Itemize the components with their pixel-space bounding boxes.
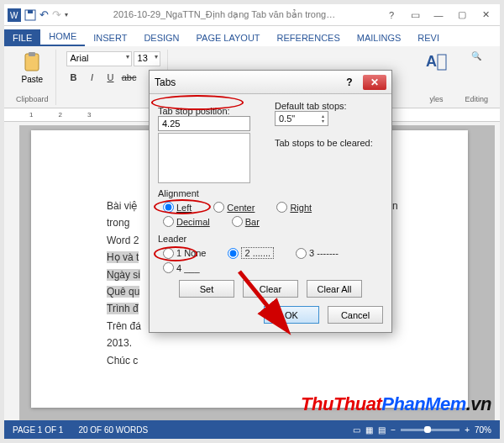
find-icon[interactable]: 🔍: [471, 51, 481, 61]
redo-icon[interactable]: ↷: [52, 8, 61, 21]
zoom-slider[interactable]: [401, 429, 459, 431]
tab-stops-cleared-label: Tab stops to be cleared:: [275, 138, 383, 148]
body-text: Chúc c: [107, 352, 409, 369]
body-text: Quê qu: [107, 286, 139, 298]
view-read-icon[interactable]: ▭: [353, 425, 360, 435]
dialog-title: Tabs: [155, 76, 336, 88]
tab-file[interactable]: FILE: [4, 29, 40, 46]
dialog-help-icon[interactable]: ?: [338, 75, 361, 90]
undo-icon[interactable]: ↶: [39, 8, 49, 21]
paste-label: Paste: [21, 75, 43, 84]
svg-rect-7: [438, 55, 446, 70]
clear-button[interactable]: Clear: [243, 280, 298, 298]
font-name-combo[interactable]: Arial: [66, 51, 132, 66]
clipboard-group-label: Clipboard: [16, 95, 49, 103]
align-left-radio[interactable]: Left: [163, 202, 192, 213]
svg-rect-5: [29, 52, 35, 56]
tab-stop-position-label: Tab stop position:: [158, 106, 230, 116]
align-center-radio[interactable]: Center: [213, 202, 255, 213]
tab-design[interactable]: DESIGN: [135, 29, 187, 46]
help-icon[interactable]: ?: [381, 8, 402, 23]
watermark: ThuThuatPhanMem.vn: [301, 393, 491, 415]
align-right-radio[interactable]: Right: [276, 202, 312, 213]
leader-dashes-radio[interactable]: 3 -------: [296, 247, 339, 259]
tab-mailings[interactable]: MAILINGS: [349, 29, 410, 46]
restore-icon[interactable]: ▢: [451, 8, 473, 23]
view-web-icon[interactable]: ▤: [378, 425, 386, 435]
clear-all-button[interactable]: Clear All: [307, 280, 362, 298]
styles-group-label: yles: [429, 95, 443, 103]
leader-none-radio[interactable]: 1 None: [163, 247, 206, 259]
save-icon[interactable]: [24, 9, 36, 21]
body-text: Họ và t: [107, 251, 139, 263]
paste-button[interactable]: Paste: [21, 51, 43, 84]
tab-page-layout[interactable]: PAGE LAYOUT: [188, 29, 269, 46]
underline-icon[interactable]: U: [103, 70, 118, 85]
tab-references[interactable]: REFERENCES: [269, 29, 349, 46]
zoom-out-icon[interactable]: −: [391, 425, 396, 435]
tab-home[interactable]: HOME: [40, 28, 85, 46]
view-print-icon[interactable]: ▦: [365, 425, 373, 435]
body-text: Bài việ: [107, 200, 137, 212]
alignment-label: Alignment: [158, 188, 199, 198]
svg-text:W: W: [10, 11, 18, 20]
leader-dots-radio[interactable]: 2 .......: [228, 247, 274, 259]
status-words[interactable]: 20 OF 60 WORDS: [78, 425, 148, 435]
align-bar-radio[interactable]: Bar: [232, 216, 260, 227]
bold-icon[interactable]: B: [66, 70, 81, 85]
body-text: Ngày si: [107, 269, 140, 281]
set-button[interactable]: Set: [179, 280, 234, 298]
tabs-dialog: Tabs ? ✕ Tab stop position: Default tab …: [149, 70, 392, 333]
zoom-level[interactable]: 70%: [475, 425, 491, 435]
styles-icon[interactable]: A: [424, 51, 448, 73]
svg-rect-3: [28, 10, 33, 13]
tab-stop-listbox[interactable]: [158, 133, 250, 183]
status-page[interactable]: PAGE 1 OF 1: [13, 425, 63, 435]
default-tab-stops-spinner[interactable]: 0.5": [275, 111, 328, 126]
ribbon-options-icon[interactable]: ▭: [404, 8, 426, 23]
dialog-close-icon[interactable]: ✕: [363, 75, 386, 90]
italic-icon[interactable]: I: [85, 70, 100, 85]
ribbon-tabs: FILE HOME INSERT DESIGN PAGE LAYOUT REFE…: [4, 26, 500, 46]
leader-underline-radio[interactable]: 4 ___: [163, 262, 200, 273]
minimize-icon[interactable]: —: [428, 8, 449, 23]
leader-label: Leader: [158, 234, 186, 244]
align-decimal-radio[interactable]: Decimal: [163, 216, 210, 227]
svg-text:A: A: [426, 53, 437, 70]
ok-button[interactable]: OK: [264, 306, 319, 324]
font-size-combo[interactable]: 13: [134, 51, 160, 66]
clipboard-icon: [23, 51, 41, 73]
strike-icon[interactable]: abc: [122, 70, 137, 85]
default-tab-stops-label: Default tab stops:: [275, 101, 383, 111]
title-bar: W ↶ ↷ ▾ 2016-10-29_NgaTTN_Định dạng Tab …: [4, 4, 500, 26]
zoom-in-icon[interactable]: +: [465, 425, 470, 435]
close-window-icon[interactable]: ✕: [475, 8, 496, 23]
status-bar: PAGE 1 OF 1 20 OF 60 WORDS ▭ ▦ ▤ − + 70%: [4, 420, 500, 439]
body-text: Trình đ: [107, 303, 139, 314]
editing-group-label: Editing: [465, 95, 488, 103]
tab-stop-position-input[interactable]: [158, 116, 250, 131]
cancel-button[interactable]: Cancel: [328, 306, 383, 324]
tab-insert[interactable]: INSERT: [85, 29, 135, 46]
tab-review[interactable]: REVI: [409, 29, 448, 46]
word-app-icon: W: [8, 8, 21, 22]
window-title: 2016-10-29_NgaTTN_Định dạng Tab văn bản …: [68, 9, 381, 20]
body-text: Trên đá: [107, 320, 141, 332]
